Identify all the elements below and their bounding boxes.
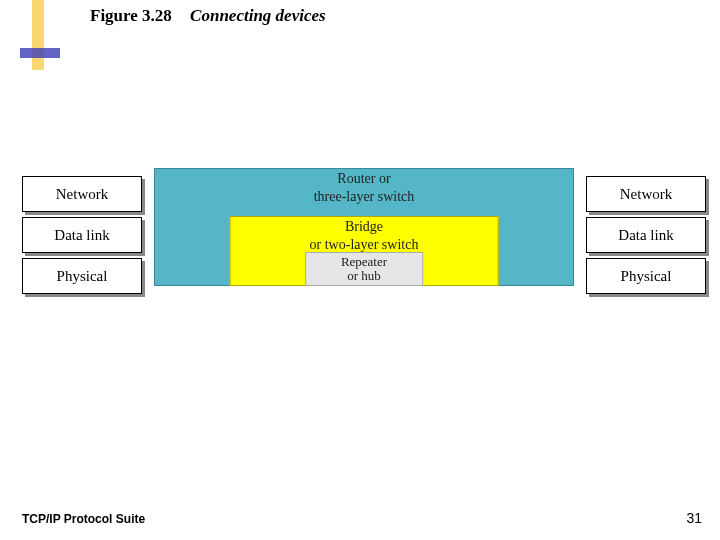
repeater-box: Repeater or hub [305, 252, 423, 286]
right-layer-stack: Network Data link Physical [586, 176, 706, 296]
layer-label: Physical [621, 268, 672, 285]
repeater-label-line1: Repeater [341, 255, 387, 269]
router-label-line1: Router or [337, 171, 390, 187]
devices-pyramid: Router or three-layer switch Bridge or t… [154, 176, 574, 296]
layer-label: Network [620, 186, 673, 203]
layer-label: Physical [57, 268, 108, 285]
layer-label: Network [56, 186, 109, 203]
layer-label: Data link [54, 227, 109, 244]
left-datalink-layer: Data link [22, 217, 142, 253]
slide-decoration [20, 0, 60, 80]
figure-number: Figure 3.28 [90, 6, 172, 25]
right-datalink-layer: Data link [586, 217, 706, 253]
layer-label: Data link [618, 227, 673, 244]
router-label-line2: three-layer switch [314, 189, 415, 205]
figure-caption: Connecting devices [190, 6, 326, 25]
left-layer-stack: Network Data link Physical [22, 176, 142, 296]
left-network-layer: Network [22, 176, 142, 212]
bridge-label-line2: or two-layer switch [310, 237, 419, 253]
figure-title: Figure 3.28 Connecting devices [90, 6, 326, 26]
connecting-devices-diagram: Network Data link Physical Router or thr… [22, 176, 706, 296]
page-number: 31 [686, 510, 702, 526]
repeater-label-line2: or hub [347, 269, 381, 283]
footer-book-title: TCP/IP Protocol Suite [22, 512, 145, 526]
left-physical-layer: Physical [22, 258, 142, 294]
bridge-label-line1: Bridge [345, 219, 383, 235]
right-physical-layer: Physical [586, 258, 706, 294]
right-network-layer: Network [586, 176, 706, 212]
